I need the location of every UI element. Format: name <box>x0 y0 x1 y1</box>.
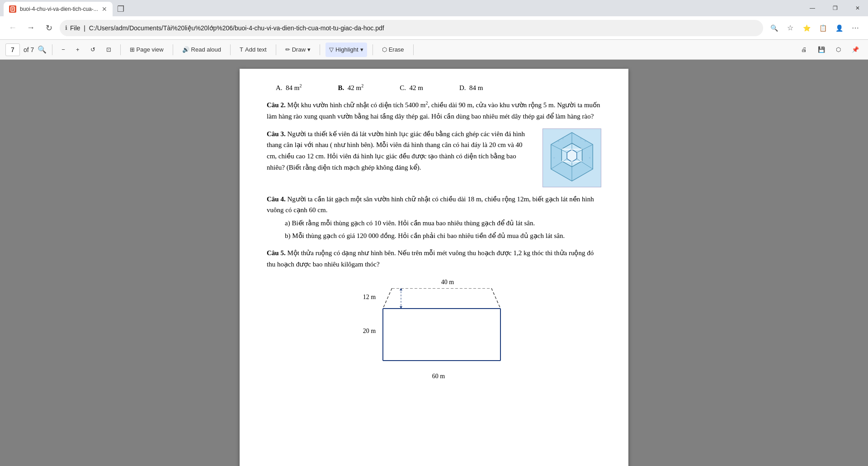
read-aloud-button[interactable]: 🔊 Read aloud <box>179 43 225 57</box>
back-button[interactable]: ← <box>5 21 20 35</box>
address-info-icon: ℹ <box>65 24 67 31</box>
answer-c: C. 42 m <box>400 82 423 93</box>
highlight-icon: ▽ <box>329 46 334 53</box>
tab-title: buoi-4-chu-vi-va-dien-tich-cua-... <box>20 6 98 12</box>
zoom-in-icon: + <box>76 46 80 53</box>
draw-dropdown-icon: ▾ <box>307 46 311 53</box>
draw-label: Draw <box>292 46 306 53</box>
address-bar[interactable] <box>70 24 758 32</box>
pin-button[interactable]: 📌 <box>848 43 863 57</box>
print-button[interactable]: 🖨 <box>797 43 811 57</box>
diagram-bottom-label: 60 m <box>432 371 445 381</box>
rotate-button[interactable]: ↺ <box>87 43 99 57</box>
svg-point-19 <box>562 138 564 139</box>
highlight-dropdown-icon: ▾ <box>360 46 363 53</box>
hexagon-tile-image <box>542 128 601 187</box>
highlight-label: Highlight <box>335 46 359 53</box>
address-bar-wrapper[interactable]: ℹ <box>60 20 763 36</box>
browser-tab[interactable]: buoi-4-chu-vi-va-dien-tich-cua-... ✕ <box>4 2 113 16</box>
maximize-button[interactable]: ❐ <box>825 0 845 16</box>
highlight-button[interactable]: ▽ Highlight ▾ <box>326 43 367 57</box>
draw-icon: ✏ <box>285 46 290 53</box>
erase-label: Erase <box>389 46 404 53</box>
erase-icon: ⬡ <box>382 46 387 53</box>
cau3-block: Câu 3. Người ta thiết kế viên đá lát vườ… <box>267 128 601 187</box>
pdf-content-area: A. 84 m2 B. 42 m2 C. 42 m D. 84 m Câu 2.… <box>0 60 868 466</box>
cau2-text: Câu 2. Một khu vườn hình chữ nhật có diệ… <box>267 100 601 122</box>
answer-d: D. 84 m <box>459 82 483 93</box>
page-view-icon: ⊞ <box>130 46 135 53</box>
svg-point-23 <box>589 157 590 158</box>
answer-a: A. 84 m2 <box>276 82 302 93</box>
favorites-star-button[interactable]: ☆ <box>783 21 797 35</box>
page-number-input[interactable] <box>5 43 20 56</box>
forward-button[interactable]: → <box>24 21 38 35</box>
diagram-left-main-label: 20 m <box>363 326 376 336</box>
pdf-toolbar: of 7 🔍 − + ↺ ⊡ ⊞ Page view 🔊 Read aloud … <box>0 40 868 60</box>
svg-line-26 <box>491 288 500 309</box>
answer-b: B. 42 m2 <box>338 82 364 93</box>
tab-close-button[interactable]: ✕ <box>102 5 107 13</box>
page-view-label: Page view <box>137 46 164 53</box>
cau5-text: Câu 5. Một thửa ruộng có dạng như hình b… <box>267 247 601 270</box>
diagram-left-top-label: 12 m <box>363 292 376 302</box>
zoom-out-button[interactable]: − <box>58 43 69 57</box>
svg-point-20 <box>585 141 586 142</box>
separator-2 <box>120 44 121 55</box>
svg-marker-7 <box>567 149 577 162</box>
collections-button[interactable]: 📋 <box>816 21 830 35</box>
refresh-button[interactable]: ↻ <box>42 21 56 35</box>
window-controls: — ❐ ✕ <box>802 0 868 16</box>
answer-row: A. 84 m2 B. 42 m2 C. 42 m D. 84 m <box>267 82 601 93</box>
cau4-item-a: Biết rằng mỗi thùng gạch có 10 viên. Hỏi… <box>285 218 601 228</box>
fit-icon: ⊡ <box>106 46 111 53</box>
save-button[interactable]: 💾 <box>814 43 829 57</box>
svg-point-22 <box>553 157 555 158</box>
svg-line-25 <box>383 288 392 309</box>
zoom-in-button[interactable]: + <box>72 43 83 57</box>
page-count: of 7 <box>24 46 34 53</box>
zoom-out-icon: − <box>61 46 65 53</box>
more-button[interactable]: ⋯ <box>848 21 863 35</box>
cau4-text: Câu 4. Người ta cần lát gạch một sân vườ… <box>267 194 601 216</box>
read-aloud-label: Read aloud <box>191 46 222 53</box>
favorites-button[interactable]: ⭐ <box>799 21 814 35</box>
separator-6 <box>320 44 320 55</box>
separator-3 <box>173 44 173 55</box>
separator-7 <box>373 44 373 55</box>
tab-favicon <box>9 5 16 13</box>
cau2-block: Câu 2. Một khu vườn hình chữ nhật có diệ… <box>267 100 601 122</box>
nav-actions: 🔍 ☆ ⭐ 📋 👤 ⋯ <box>767 21 863 35</box>
separator-8 <box>413 44 414 55</box>
add-text-icon: T <box>240 46 243 53</box>
add-text-button[interactable]: T Add text <box>236 43 270 57</box>
zoom-button[interactable]: 🔍 <box>767 21 781 35</box>
separator-4 <box>230 44 231 55</box>
cau4-block: Câu 4. Người ta cần lát gạch một sân vườ… <box>267 194 601 242</box>
svg-line-15 <box>561 149 572 149</box>
erase-button[interactable]: ⬡ Erase <box>378 43 408 57</box>
read-aloud-icon: 🔊 <box>182 46 189 53</box>
separator-5 <box>276 44 276 55</box>
share-button[interactable]: ⬡ <box>832 43 844 57</box>
svg-point-21 <box>580 138 581 139</box>
cau4-list: Biết rằng mỗi thùng gạch có 10 viên. Hỏi… <box>267 218 601 241</box>
separator-1 <box>52 44 52 55</box>
minimize-button[interactable]: — <box>802 0 823 16</box>
svg-point-18 <box>558 141 559 142</box>
shape-svg <box>378 288 505 370</box>
profile-button[interactable]: 👤 <box>832 21 846 35</box>
new-tab-button[interactable]: ❐ <box>114 2 127 16</box>
close-button[interactable]: ✕ <box>847 0 868 16</box>
fit-page-button[interactable]: ⊡ <box>103 43 115 57</box>
draw-button[interactable]: ✏ Draw ▾ <box>282 43 314 57</box>
diagram-top-label: 40 m <box>441 277 454 287</box>
svg-line-14 <box>572 149 582 149</box>
search-button[interactable]: 🔍 <box>38 45 47 54</box>
page-view-button[interactable]: ⊞ Page view <box>126 43 167 57</box>
cau5-block: Câu 5. Một thửa ruộng có dạng như hình b… <box>267 247 601 381</box>
cau4-item-b: Mỗi thùng gạch có giá 120 000 đồng. Hỏi … <box>285 230 601 241</box>
shape-diagram: 40 m 12 m 20 m <box>267 277 601 382</box>
rotate-icon: ↺ <box>90 46 95 53</box>
pdf-page: A. 84 m2 B. 42 m2 C. 42 m D. 84 m Câu 2.… <box>240 69 628 466</box>
